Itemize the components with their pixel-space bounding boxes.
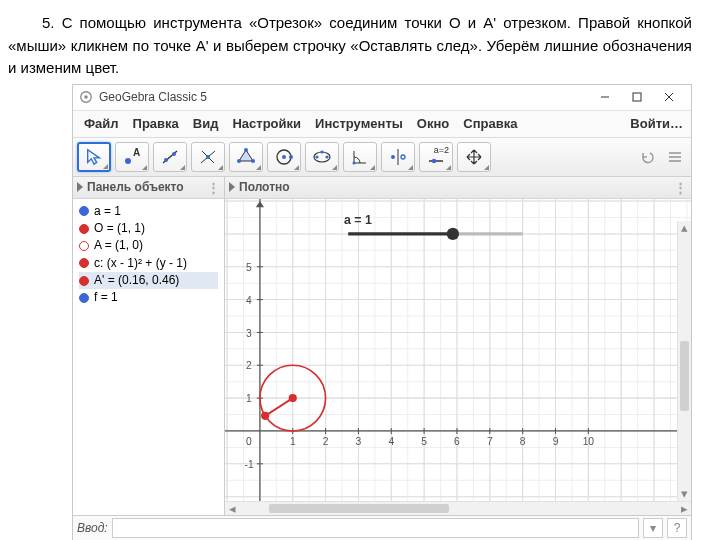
svg-point-10 bbox=[172, 152, 176, 156]
algebra-item[interactable]: A = (1, 0) bbox=[79, 237, 218, 254]
svg-point-22 bbox=[315, 155, 318, 158]
algebra-panel-header[interactable]: Панель объекто ⋮ bbox=[73, 177, 224, 199]
tool-line[interactable] bbox=[153, 142, 187, 172]
tool-move[interactable] bbox=[77, 142, 111, 172]
window-title: GeoGebra Classic 5 bbox=[99, 90, 207, 104]
input-bar: Ввод: ▾ ? bbox=[73, 515, 691, 541]
algebra-item-label: A = (1, 0) bbox=[94, 237, 143, 254]
close-button[interactable] bbox=[653, 86, 685, 108]
svg-text:2: 2 bbox=[323, 436, 329, 447]
algebra-item-label: c: (x - 1)² + (y - 1) bbox=[94, 255, 187, 272]
tool-circle[interactable] bbox=[267, 142, 301, 172]
tool-move-view[interactable] bbox=[457, 142, 491, 172]
svg-point-27 bbox=[391, 155, 395, 159]
object-color-dot bbox=[79, 206, 89, 216]
canvas-panel-title: Полотно bbox=[239, 180, 290, 194]
object-color-dot bbox=[79, 293, 89, 303]
algebra-item[interactable]: a = 1 bbox=[79, 203, 218, 220]
svg-text:4: 4 bbox=[388, 436, 394, 447]
hamburger-icon[interactable] bbox=[663, 145, 687, 169]
algebra-item[interactable]: c: (x - 1)² + (y - 1) bbox=[79, 255, 218, 272]
svg-text:3: 3 bbox=[246, 327, 252, 338]
svg-point-148 bbox=[289, 394, 297, 402]
input-help-icon[interactable]: ? bbox=[667, 518, 687, 538]
svg-point-24 bbox=[320, 150, 323, 153]
tool-slider[interactable]: a=2 bbox=[419, 142, 453, 172]
svg-text:3: 3 bbox=[356, 436, 362, 447]
scroll-down-icon[interactable]: ▾ bbox=[678, 487, 691, 501]
svg-point-16 bbox=[251, 159, 255, 163]
svg-text:9: 9 bbox=[553, 436, 559, 447]
algebra-item-label: A' = (0.16, 0.46) bbox=[94, 272, 179, 289]
svg-line-147 bbox=[265, 398, 293, 416]
svg-text:4: 4 bbox=[246, 294, 252, 305]
tool-bar: A a=2 bbox=[73, 137, 691, 177]
canvas-panel-header[interactable]: Полотно ⋮ bbox=[225, 177, 691, 199]
input-label: Ввод: bbox=[77, 521, 108, 535]
algebra-item[interactable]: f = 1 bbox=[79, 289, 218, 306]
svg-text:10: 10 bbox=[583, 436, 595, 447]
menu-edit[interactable]: Правка bbox=[126, 113, 186, 134]
minimize-button[interactable] bbox=[589, 86, 621, 108]
svg-text:8: 8 bbox=[520, 436, 526, 447]
grid-svg: 1234567891012345-10a = 1 bbox=[225, 199, 691, 501]
algebra-item-label: O = (1, 1) bbox=[94, 220, 145, 237]
maximize-button[interactable] bbox=[621, 86, 653, 108]
app-icon bbox=[79, 90, 93, 104]
svg-text:5: 5 bbox=[246, 261, 252, 272]
tool-polygon[interactable] bbox=[229, 142, 263, 172]
login-link[interactable]: Войти… bbox=[630, 116, 687, 131]
svg-point-19 bbox=[282, 155, 286, 159]
menu-tools[interactable]: Инструменты bbox=[308, 113, 410, 134]
svg-text:5: 5 bbox=[421, 436, 427, 447]
scrollbar-horizontal[interactable]: ◂ ▸ bbox=[225, 501, 691, 515]
tool-point[interactable]: A bbox=[115, 142, 149, 172]
panel-extra-icon[interactable]: ⋮ bbox=[207, 180, 220, 195]
menu-window[interactable]: Окно bbox=[410, 113, 456, 134]
menu-view[interactable]: Вид bbox=[186, 113, 226, 134]
algebra-panel: Панель объекто ⋮ a = 1O = (1, 1)A = (1, … bbox=[73, 177, 225, 515]
svg-text:6: 6 bbox=[454, 436, 460, 447]
tool-perpendicular[interactable] bbox=[191, 142, 225, 172]
title-bar: GeoGebra Classic 5 bbox=[73, 85, 691, 111]
tool-reflect[interactable] bbox=[381, 142, 415, 172]
svg-point-15 bbox=[244, 148, 248, 152]
svg-point-25 bbox=[353, 161, 356, 164]
panel-extra-icon[interactable]: ⋮ bbox=[674, 180, 687, 195]
scroll-up-icon[interactable]: ▴ bbox=[678, 221, 691, 235]
svg-point-6 bbox=[125, 158, 131, 164]
svg-text:2: 2 bbox=[246, 360, 252, 371]
algebra-item-label: f = 1 bbox=[94, 289, 118, 306]
svg-point-9 bbox=[164, 158, 168, 162]
algebra-panel-title: Панель объекто bbox=[87, 180, 184, 194]
chevron-right-icon bbox=[77, 182, 83, 192]
tool-conic[interactable] bbox=[305, 142, 339, 172]
graphics-canvas[interactable]: 1234567891012345-10a = 1 ▴ ▾ bbox=[225, 199, 691, 501]
svg-point-17 bbox=[237, 159, 241, 163]
menu-file[interactable]: Файл bbox=[77, 113, 126, 134]
app-window: GeoGebra Classic 5 Файл Правка Вид Настр… bbox=[72, 84, 692, 541]
instruction-text: 5. С помощью инструмента «Отрезок» соеди… bbox=[8, 14, 692, 76]
algebra-item[interactable]: A' = (0.16, 0.46) bbox=[79, 272, 218, 289]
menu-bar: Файл Правка Вид Настройки Инструменты Ок… bbox=[73, 111, 691, 137]
undo-icon[interactable] bbox=[635, 145, 659, 169]
menu-settings[interactable]: Настройки bbox=[225, 113, 308, 134]
svg-text:-1: -1 bbox=[245, 458, 254, 469]
svg-text:7: 7 bbox=[487, 436, 493, 447]
scroll-thumb-h[interactable] bbox=[269, 504, 449, 513]
scroll-thumb-v[interactable] bbox=[680, 341, 689, 411]
svg-text:A: A bbox=[133, 148, 140, 158]
object-color-dot bbox=[79, 241, 89, 251]
svg-text:1: 1 bbox=[290, 436, 296, 447]
svg-point-149 bbox=[261, 411, 269, 419]
command-input[interactable] bbox=[112, 518, 639, 538]
scrollbar-vertical[interactable]: ▴ ▾ bbox=[677, 221, 691, 501]
chevron-right-icon bbox=[229, 182, 235, 192]
menu-help[interactable]: Справка bbox=[456, 113, 524, 134]
algebra-item[interactable]: O = (1, 1) bbox=[79, 220, 218, 237]
scroll-right-icon[interactable]: ▸ bbox=[677, 501, 691, 516]
scroll-left-icon[interactable]: ◂ bbox=[225, 501, 239, 516]
tool-angle[interactable] bbox=[343, 142, 377, 172]
input-dropdown-icon[interactable]: ▾ bbox=[643, 518, 663, 538]
algebra-item-label: a = 1 bbox=[94, 203, 121, 220]
